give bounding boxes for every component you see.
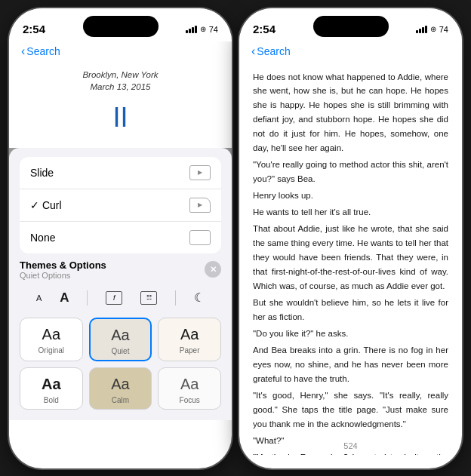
right-para-7: "Do you like it?" he asks.: [253, 327, 448, 341]
slide-option-curl-label: ✓ Curl: [30, 199, 62, 211]
right-dynamic-island: [313, 16, 389, 37]
right-back-label: Search: [257, 45, 290, 57]
theme-original-label: Original: [38, 346, 64, 355]
slide-option-curl-icon: ▶: [189, 198, 211, 213]
slide-option-none-icon: [189, 230, 211, 245]
right-para-9: "It's good, Henry," she says. "It's real…: [253, 388, 448, 431]
theme-quiet-preview: Aa: [111, 327, 129, 344]
toolbar-separator-1: [87, 290, 88, 306]
left-phone: 2:54 ⊛ 74 ‹ Search: [9, 8, 232, 468]
toolbar-separator-2: [175, 290, 176, 306]
slide-option-curl[interactable]: ✓ Curl ▶: [20, 189, 221, 222]
theme-paper[interactable]: Aa Paper: [158, 318, 221, 361]
themes-subtitle: Quiet Options: [20, 271, 106, 280]
theme-bold[interactable]: Aa Bold: [20, 367, 83, 410]
left-content-area: Brooklyn, New YorkMarch 13, 2015 II "Hen…: [9, 63, 232, 420]
themes-toolbar: A A f ☷ ☾: [20, 284, 221, 312]
font-size-small-btn[interactable]: A: [36, 293, 42, 302]
left-time: 2:54: [23, 23, 45, 35]
theme-calm[interactable]: Aa Calm: [89, 367, 152, 410]
wifi-icon: ⊛: [200, 25, 206, 33]
right-para-8: And Bea breaks into a grin. There is no …: [253, 343, 448, 386]
theme-original[interactable]: Aa Original: [20, 318, 83, 361]
back-chevron-icon: ‹: [21, 45, 25, 58]
themes-header: Themes & Options Quiet Options ✕: [20, 259, 221, 280]
theme-calm-preview: Aa: [111, 376, 129, 393]
right-book-content: He does not know what happened to Addie,…: [239, 63, 462, 455]
left-back-label: Search: [26, 45, 60, 57]
phones-container: 2:54 ⊛ 74 ‹ Search: [9, 8, 462, 468]
font-size-large-btn[interactable]: A: [60, 290, 69, 306]
themes-title: Themes & Options: [20, 259, 106, 271]
theme-quiet[interactable]: Aa Quiet: [89, 318, 152, 361]
slide-option-slide-icon: ▶: [189, 165, 211, 180]
theme-calm-label: Calm: [112, 396, 129, 404]
right-back-chevron-icon: ‹: [251, 45, 255, 58]
slide-option-slide[interactable]: Slide ▶: [20, 157, 221, 189]
chapter-location: Brooklyn, New YorkMarch 13, 2015: [24, 69, 217, 93]
right-wifi-icon: ⊛: [430, 25, 436, 33]
chapter-header: Brooklyn, New YorkMarch 13, 2015 II: [24, 69, 217, 140]
close-button[interactable]: ✕: [205, 261, 221, 278]
theme-focus-preview: Aa: [180, 376, 199, 393]
right-para-1: He does not know what happened to Addie,…: [253, 70, 448, 156]
dynamic-island: [83, 16, 159, 37]
theme-paper-preview: Aa: [180, 326, 199, 343]
left-status-icons: ⊛ 74: [186, 25, 218, 34]
brightness-icon[interactable]: ☾: [194, 290, 205, 305]
right-nav-bar: ‹ Search: [239, 41, 462, 63]
slide-option-slide-label: Slide: [30, 167, 54, 179]
signal-icon: [186, 26, 197, 33]
slide-options-list: Slide ▶ ✓ Curl ▶ None: [20, 157, 221, 253]
themes-title-group: Themes & Options Quiet Options: [20, 259, 106, 280]
battery-icon: 74: [209, 25, 218, 34]
theme-bold-preview: Aa: [42, 376, 61, 393]
right-status-icons: ⊛ 74: [416, 25, 448, 34]
right-time: 2:54: [253, 23, 276, 35]
right-para-5: That about Addie, just like he wrote, th…: [253, 222, 448, 293]
layout-icon[interactable]: ☷: [140, 291, 157, 305]
right-back-button[interactable]: ‹ Search: [251, 45, 291, 58]
theme-original-preview: Aa: [42, 326, 60, 343]
font-style-icon[interactable]: f: [106, 291, 122, 305]
theme-focus-label: Focus: [180, 396, 200, 404]
theme-bold-label: Bold: [44, 396, 59, 404]
theme-focus[interactable]: Aa Focus: [158, 367, 221, 410]
left-nav-bar: ‹ Search: [9, 41, 232, 63]
chapter-number: II: [24, 96, 217, 140]
right-phone: 2:54 ⊛ 74 ‹ Search H: [239, 8, 462, 468]
theme-paper-label: Paper: [180, 346, 200, 355]
left-back-button[interactable]: ‹ Search: [21, 45, 60, 58]
right-para-4: He wants to tell her it's all true.: [253, 205, 448, 220]
left-overlay: Slide ▶ ✓ Curl ▶ None: [9, 148, 232, 420]
slide-option-none-label: None: [30, 232, 55, 244]
right-para-3: Henry looks up.: [253, 189, 448, 203]
theme-grid: Aa Original Aa Quiet Aa Paper Aa: [20, 318, 221, 410]
right-para-2: "You're really going to method actor thi…: [253, 158, 448, 186]
right-battery-icon: 74: [439, 25, 448, 34]
right-para-6: But she wouldn't believe him, so he lets…: [253, 296, 448, 324]
right-signal-icon: [416, 26, 427, 33]
page-number: 524: [239, 438, 462, 453]
slide-option-none[interactable]: None: [20, 222, 221, 253]
slide-panel: Slide ▶ ✓ Curl ▶ None: [9, 148, 232, 420]
theme-quiet-label: Quiet: [112, 347, 130, 355]
